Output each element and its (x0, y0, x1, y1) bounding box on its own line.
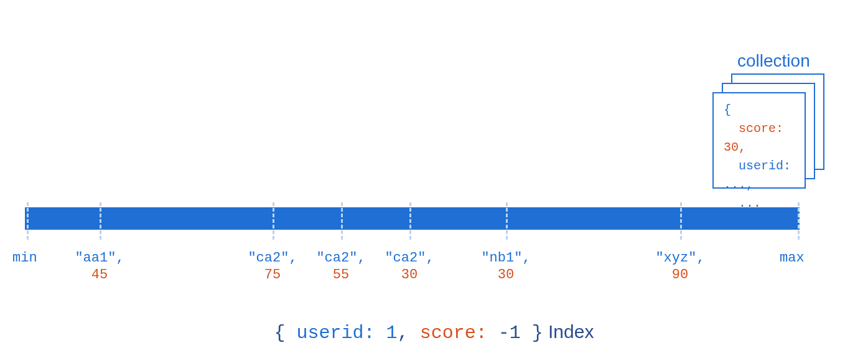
entry-id: "aa1", (75, 250, 124, 266)
doc-score-key: score: (739, 121, 783, 136)
entry-id: "ca2", (385, 250, 434, 266)
tick-min (27, 202, 29, 240)
idx-close: } (521, 322, 543, 344)
entry-id: "nb1", (481, 250, 530, 266)
entry-score: 45 (75, 267, 124, 283)
tick-2 (341, 202, 343, 240)
idx-score-key: score: (420, 322, 487, 344)
tick-3 (409, 202, 411, 240)
entry-0: "aa1", 45 (75, 250, 124, 283)
doc-userid-key: userid: (739, 159, 791, 173)
max-label: max (780, 250, 805, 266)
idx-open: { (274, 322, 297, 344)
entry-score: 30 (481, 267, 530, 283)
index-bar (25, 207, 800, 230)
idx-userid-val: 1 (375, 322, 398, 344)
idx-label: Index (543, 321, 594, 342)
entry-4: "nb1", 30 (481, 250, 530, 283)
idx-userid-key: userid: (297, 322, 375, 344)
entry-2: "ca2", 55 (316, 250, 365, 283)
idx-comma: , (398, 322, 420, 344)
tick-0 (100, 202, 101, 240)
tick-1 (273, 202, 274, 240)
min-label: min (12, 250, 37, 266)
entry-id: "ca2", (316, 250, 365, 266)
entry-score: 75 (248, 267, 297, 283)
tick-5 (680, 202, 682, 240)
entry-score: 90 (655, 267, 704, 283)
doc-score-val: 30, (724, 140, 746, 154)
idx-score-val: -1 (487, 322, 521, 344)
entry-3: "ca2", 30 (385, 250, 434, 283)
doc-userid-val: ..., (724, 177, 754, 192)
tick-4 (506, 202, 508, 240)
collection-label: collection (737, 51, 810, 71)
tick-max (798, 202, 800, 240)
entry-1: "ca2", 75 (248, 250, 297, 283)
entry-score: 30 (385, 267, 434, 283)
entry-5: "xyz", 90 (655, 250, 704, 283)
entry-id: "xyz", (655, 250, 704, 266)
index-definition: { userid: 1, score: -1 } Index (0, 321, 868, 344)
doc-open-brace: { (724, 103, 731, 117)
document-front: { score: 30, userid: ..., ... } (712, 92, 806, 189)
entry-id: "ca2", (248, 250, 297, 266)
entry-score: 55 (316, 267, 365, 283)
